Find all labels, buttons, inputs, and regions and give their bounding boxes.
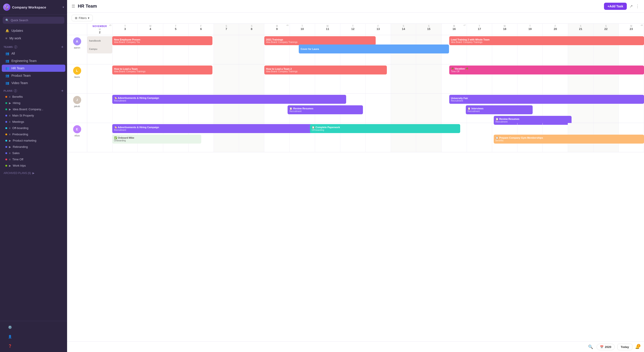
avatar-laura: L (73, 67, 81, 75)
calendar-container[interactable]: NOVEMBER45M 2T 3W 4T 5F 6S 7S 846M 9T 10… (67, 24, 644, 342)
sidebar-item-mywork[interactable]: ≡ My work (2, 35, 65, 42)
event-subtitle: Recruitment (289, 110, 361, 112)
sidebar-item-video[interactable]: 👥 Video Team (2, 80, 65, 86)
plan-item-off-boarding[interactable]: ≡ Off-boarding (2, 125, 65, 131)
plan-item-hiring[interactable]: ▶ Hiring (2, 100, 65, 106)
calendar-header-spacer (67, 24, 87, 35)
day-number: 15 (416, 27, 441, 31)
event-laura-1[interactable]: How to Lead a Team 2 Idea Board: Company… (264, 66, 387, 74)
cal-day-8: S 8 (239, 24, 264, 35)
cal-day-10: T 10 (290, 24, 315, 35)
add-task-button[interactable]: +Add Task (604, 3, 627, 10)
plan-label: Preboarding (12, 132, 28, 136)
event-subtitle: Idea Board: Company Trainings (114, 70, 211, 73)
person-cell-laura: L laura (67, 64, 87, 94)
plan-type-icon: ≡ (9, 126, 10, 130)
event-jakub-3[interactable]: 📋 Interviews Recruitment (466, 105, 533, 114)
event-eliza-2[interactable]: ✅ Onboard Mike Onboarding (112, 135, 201, 144)
day-number: 10 (290, 27, 314, 31)
today-button[interactable]: Today (618, 344, 632, 350)
settings-icon: ⚙️ (8, 326, 12, 329)
plan-item-main-st-property[interactable]: ≡ Main St Property (2, 112, 65, 118)
add-task-label: +Add Task (608, 4, 623, 8)
plan-dot (5, 127, 7, 129)
zoom-button[interactable]: 🔍 (587, 344, 594, 350)
event-aaron-0[interactable]: handbook (87, 36, 115, 45)
person-cell-aaron: A aaron (67, 35, 87, 64)
event-subtitle: Onboarding (114, 139, 200, 142)
event-aaron-3[interactable]: 2021 Trainings Idea Board: Company Train… (264, 36, 376, 45)
event-aaron-2[interactable]: New Employee Presen Idea Board: Company … (112, 36, 212, 45)
events-row-aaron: handbook Campu New Employee Presen Idea … (87, 35, 644, 64)
year-selector[interactable]: 📅 2020 (596, 344, 615, 350)
event-eliza-1[interactable]: 📋 Complete Paperwork Off-boarding (310, 124, 460, 133)
notification-badge[interactable]: 🔔 1 (635, 345, 640, 349)
event-aaron-1[interactable]: Campu (87, 44, 112, 54)
plan-item-sales[interactable]: ≡ Sales (2, 150, 65, 156)
teams-list: 👥 All 👥 Engineering Team 👥 HR Team 👥 Pro… (0, 50, 67, 87)
day-number: 22 (594, 27, 618, 31)
teams-section-header: TEAMS i + (0, 43, 67, 50)
plan-item-preboarding[interactable]: ≡ Preboarding (2, 131, 65, 137)
avatar-eliza: E (73, 125, 81, 133)
filter-label: Filters (79, 16, 86, 20)
cal-day-16: 47M 16 (442, 24, 467, 35)
filter-icon: ⊞ (75, 16, 77, 20)
event-eliza-0[interactable]: 🏷️ Advertisements & Hiring Campaign Recr… (112, 124, 324, 133)
sidebar-item-product[interactable]: 👥 Product Team (2, 72, 65, 79)
day-name: S (251, 25, 252, 27)
plan-type-icon: ▶ (9, 164, 11, 167)
avatar-aaron: A (73, 37, 81, 46)
event-laura-2[interactable]: 🌴 Vacation 🌴 Time Off (449, 66, 644, 74)
search-placeholder: Quick Search (11, 18, 28, 22)
calendar-days-header: NOVEMBER45M 2T 3W 4T 5F 6S 7S 846M 9T 10… (87, 24, 644, 35)
day-number: 23 (619, 27, 643, 31)
sidebar-settings[interactable]: ⚙️ (4, 324, 62, 331)
event-jakub-2[interactable]: University Fair Recruitment (449, 95, 644, 104)
event-aaron-4[interactable]: Lead Training 2 with Whole Team Idea Boa… (449, 36, 644, 45)
plan-item-rebranding[interactable]: ▶ Rebranding (2, 144, 65, 150)
plan-item-time-off[interactable]: ≡ Time Off (2, 156, 65, 162)
day-name: W (504, 25, 506, 27)
bg-col (391, 94, 416, 123)
teams-info-icon[interactable]: i (14, 46, 17, 48)
plan-type-icon: ▶ (9, 102, 11, 105)
sidebar-item-updates[interactable]: 🔔 Updates (2, 27, 65, 34)
event-eliza-3[interactable]: 📋 Prepare Company Gym Memberships Benefi… (494, 135, 644, 144)
add-plan-button[interactable]: + (61, 89, 64, 92)
plan-item-meetings[interactable]: ≡ Meetings (2, 119, 65, 125)
filter-button[interactable]: ⊞ Filters ▾ (72, 15, 93, 21)
event-aaron-5[interactable]: Cover for Laura (299, 44, 449, 54)
plan-dot (5, 152, 7, 154)
event-title: 🏷️ Advertisements & Hiring Campaign (114, 126, 322, 129)
sidebar-item-hr[interactable]: 👥 HR Team (2, 65, 65, 72)
plans-info-icon[interactable]: i (14, 89, 17, 92)
workspace-header[interactable]: 🔮 Company Workspace ▾ (0, 0, 67, 14)
quick-search[interactable]: 🔍 Quick Search (3, 17, 64, 24)
calendar-row-eliza: E eliza 🏷️ Advertisements & Hiring Campa… (67, 123, 644, 152)
event-subtitle: Off-boarding (312, 129, 458, 131)
event-laura-0[interactable]: How to Lead a Team Idea Board: Company T… (112, 66, 212, 74)
sidebar-people[interactable]: 👤 (4, 333, 62, 340)
plan-item-idea-board:-company...[interactable]: ▶ Idea Board: Company... (2, 106, 65, 112)
plan-dot (5, 96, 7, 98)
plan-item-benefits[interactable]: ≡ Benefits (2, 94, 65, 100)
plan-item-work-trips[interactable]: ▶ Work trips (2, 162, 65, 168)
hamburger-icon[interactable]: ☰ (72, 4, 75, 9)
day-name: T (302, 25, 303, 27)
sidebar-help[interactable]: ❓ (4, 342, 62, 350)
add-team-button[interactable]: + (61, 45, 64, 49)
sidebar-item-all[interactable]: 👥 All (2, 50, 65, 57)
sidebar-item-engineering[interactable]: 👥 Engineering Team (2, 57, 65, 64)
share-button[interactable]: ↗ (630, 4, 633, 9)
plan-item-product-marketing[interactable]: ▶ Product marketing (2, 138, 65, 144)
more-options-button[interactable]: ⋮ (636, 4, 640, 9)
calendar-row-jakub: J jakub 🏷️ Advertisements & Hiring Campa… (67, 94, 644, 123)
event-title: handbook (89, 39, 113, 42)
event-jakub-1[interactable]: 📋 Review Resumes Recruitment (288, 105, 363, 114)
archived-plans[interactable]: ARCHIVED PLANS (6) ▶ (0, 170, 67, 176)
event-jakub-0[interactable]: 🏷️ Advertisements & Hiring Campaign Recr… (112, 95, 346, 104)
bg-col (239, 35, 264, 64)
people-icon: 👤 (8, 335, 12, 338)
hr-team-icon: 👥 (5, 66, 9, 70)
